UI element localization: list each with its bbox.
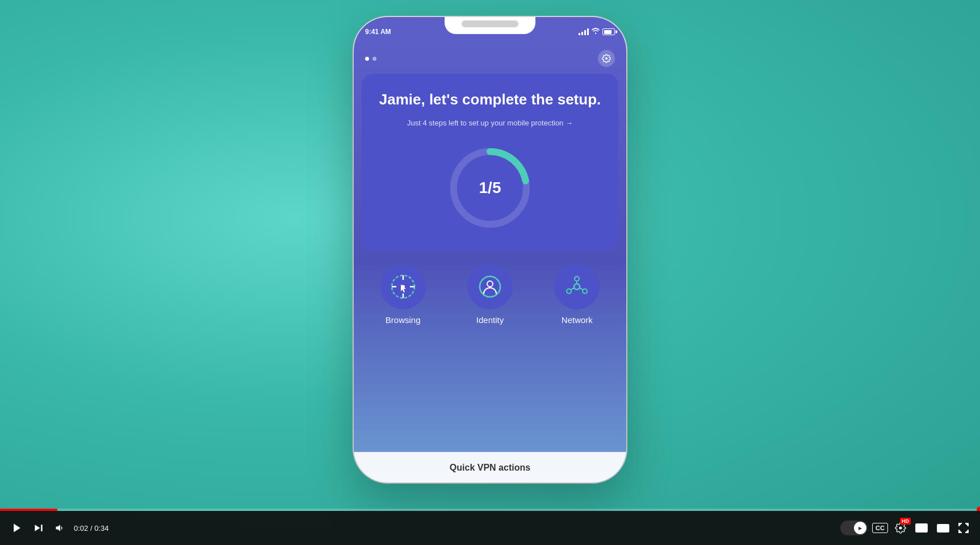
svg-marker-22 bbox=[56, 525, 61, 531]
dot-2 bbox=[372, 57, 376, 61]
dot-1 bbox=[365, 57, 369, 61]
settings-quality-button[interactable]: HD bbox=[893, 520, 908, 536]
page-dots bbox=[365, 57, 376, 61]
browsing-label: Browsing bbox=[386, 315, 421, 325]
hd-badge: HD bbox=[900, 518, 911, 525]
svg-rect-26 bbox=[937, 525, 949, 532]
quick-vpn-bar[interactable]: Quick VPN actions bbox=[354, 452, 626, 483]
card-title: Jamie, let's complete the setup. bbox=[375, 91, 605, 108]
volume-button[interactable] bbox=[52, 520, 68, 536]
phone-mockup: 9:41 AM bbox=[354, 17, 626, 483]
phone-body: 9:41 AM bbox=[354, 17, 626, 483]
mini-player-button[interactable] bbox=[913, 521, 930, 535]
svg-rect-25 bbox=[922, 527, 927, 531]
main-card: Jamie, let's complete the setup. Just 4 … bbox=[362, 74, 618, 250]
svg-point-15 bbox=[567, 289, 571, 294]
browsing-icon-circle bbox=[380, 264, 426, 309]
wifi-icon bbox=[592, 28, 600, 36]
identity-label: Identity bbox=[476, 315, 504, 325]
autoplay-toggle[interactable] bbox=[840, 521, 868, 535]
identity-icon-circle bbox=[467, 264, 513, 309]
svg-line-18 bbox=[571, 288, 575, 290]
progress-container: 1/5 bbox=[375, 142, 605, 233]
theater-mode-button[interactable] bbox=[935, 522, 952, 535]
fullscreen-button[interactable] bbox=[956, 521, 971, 535]
card-subtitle: Just 4 steps left to set up your mobile … bbox=[375, 118, 605, 129]
svg-point-14 bbox=[583, 289, 587, 294]
svg-marker-19 bbox=[14, 524, 20, 533]
play-button[interactable] bbox=[9, 520, 25, 536]
svg-point-12 bbox=[574, 284, 580, 290]
cc-button[interactable]: CC bbox=[872, 523, 888, 533]
progress-text: 1/5 bbox=[445, 142, 535, 233]
status-time: 9:41 AM bbox=[365, 28, 391, 36]
phone-notch bbox=[445, 17, 535, 34]
phone-screen: Jamie, let's complete the setup. Just 4 … bbox=[354, 42, 626, 483]
notch-speaker bbox=[462, 20, 518, 27]
status-icons bbox=[579, 28, 615, 36]
signal-icon bbox=[579, 28, 589, 35]
network-icon-circle bbox=[554, 264, 600, 309]
svg-line-17 bbox=[579, 288, 583, 290]
progress-circle: 1/5 bbox=[445, 142, 535, 233]
right-controls: CC HD bbox=[840, 520, 971, 536]
svg-point-10 bbox=[487, 281, 493, 287]
network-item[interactable]: Network bbox=[543, 264, 611, 325]
quick-vpn-label: Quick VPN actions bbox=[450, 463, 530, 473]
video-area: 9:41 AM bbox=[0, 0, 980, 511]
battery-icon bbox=[602, 28, 615, 35]
battery-fill bbox=[604, 30, 612, 34]
svg-point-23 bbox=[899, 527, 902, 530]
top-nav bbox=[354, 42, 626, 72]
skip-next-button[interactable] bbox=[31, 520, 47, 536]
subtitle-arrow: → bbox=[566, 119, 573, 127]
identity-item[interactable]: Identity bbox=[456, 264, 524, 325]
time-display: 0:02 / 0:34 bbox=[74, 524, 108, 533]
svg-point-13 bbox=[575, 276, 579, 281]
video-controls-bar: 0:02 / 0:34 CC HD bbox=[0, 511, 980, 545]
svg-rect-21 bbox=[41, 525, 43, 531]
toggle-knob bbox=[854, 522, 866, 534]
network-label: Network bbox=[562, 315, 593, 325]
svg-marker-20 bbox=[35, 525, 40, 531]
settings-button[interactable] bbox=[598, 50, 615, 67]
browsing-item[interactable]: Browsing bbox=[369, 264, 437, 325]
bottom-icons: Browsing Identity bbox=[354, 253, 626, 330]
